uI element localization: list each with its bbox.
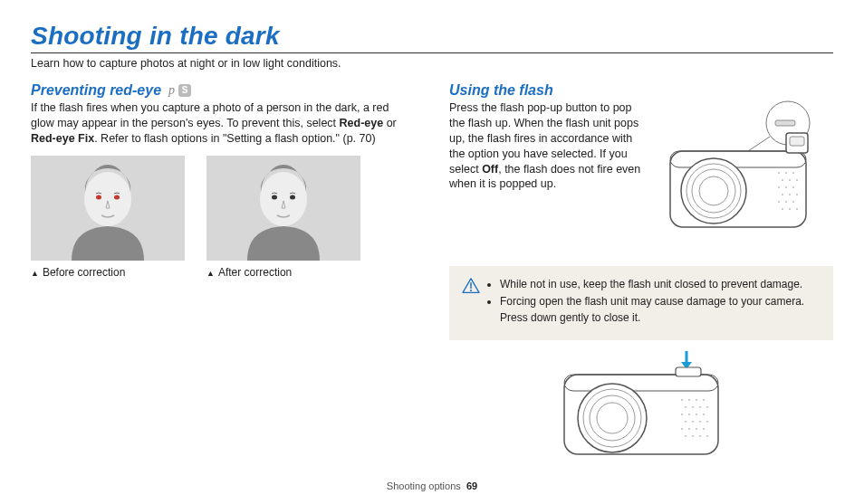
camera-illustration-open [652,100,833,241]
manual-page: Shooting in the dark Learn how to captur… [0,0,864,504]
svg-point-25 [778,186,780,188]
page-subtitle: Learn how to capture photos at night or … [31,57,833,70]
right-column: Using the flash Press the flash pop-up b… [449,82,833,465]
svg-point-68 [692,435,694,437]
camera-open-svg [652,100,833,241]
svg-point-38 [470,290,472,291]
footer-section: Shooting options [387,480,461,491]
svg-point-2 [96,195,101,199]
svg-point-69 [699,435,701,437]
svg-rect-42 [676,367,701,376]
svg-point-6 [272,195,277,199]
svg-point-31 [778,201,780,203]
svg-point-7 [290,195,295,199]
heading-preventing-red-eye: Preventing red-eye p S [31,82,415,99]
svg-rect-9 [775,120,795,126]
svg-point-62 [706,421,708,423]
content-columns: Preventing red-eye p S If the flash fire… [31,82,833,465]
camera-close-svg [542,347,741,465]
svg-point-51 [685,406,686,408]
svg-point-61 [699,421,701,423]
footer-page-number: 69 [466,480,477,491]
svg-point-56 [688,414,690,415]
heading-using-flash: Using the flash [449,82,833,99]
svg-point-1 [84,172,131,226]
svg-point-30 [796,194,798,195]
flash-row: Press the flash pop-up button to pop the… [449,100,833,241]
svg-point-67 [685,435,686,437]
svg-point-28 [782,194,783,195]
svg-point-21 [792,172,794,174]
svg-point-36 [796,208,798,210]
svg-point-55 [681,414,683,415]
left-column: Preventing red-eye p S If the flash fire… [31,82,415,465]
svg-point-23 [789,179,791,181]
figure-row: Before correction [31,156,415,279]
portrait-after [206,156,360,261]
heading-text-flash: Using the flash [449,82,553,99]
warning-item: While not in use, keep the flash unit cl… [500,277,821,292]
title-rule [31,52,833,53]
portrait-before-svg [31,156,185,261]
bold-off: Off [482,163,498,176]
svg-point-58 [703,414,705,415]
svg-point-59 [685,421,686,423]
svg-point-54 [706,406,708,408]
svg-point-19 [778,172,780,174]
svg-point-34 [782,208,783,210]
warning-list: While not in use, keep the flash unit cl… [489,277,821,328]
caption-before: Before correction [31,266,185,279]
svg-point-60 [692,421,694,423]
bold-red-eye-fix: Red-eye Fix [31,132,94,145]
figure-before: Before correction [31,156,185,279]
svg-point-5 [260,172,307,226]
portrait-before [31,156,185,261]
svg-point-66 [703,428,705,430]
svg-point-70 [706,435,708,437]
svg-point-50 [703,399,705,401]
svg-point-35 [789,208,791,210]
svg-point-65 [696,428,697,430]
svg-point-53 [699,406,701,408]
body-pre: If the flash fires when you capture a ph… [31,101,389,129]
svg-point-63 [681,428,683,430]
mode-s-icon: S [178,84,191,97]
svg-point-33 [792,201,794,203]
svg-point-57 [696,414,697,415]
svg-point-27 [792,186,794,188]
svg-rect-14 [790,137,804,146]
page-title: Shooting in the dark [31,22,833,51]
svg-point-52 [692,406,694,408]
figure-after: After correction [206,156,360,279]
svg-point-48 [688,399,690,401]
svg-point-20 [785,172,787,174]
flash-body: Press the flash pop-up button to pop the… [449,100,643,192]
svg-point-3 [114,195,120,199]
svg-point-24 [796,179,798,181]
svg-point-49 [696,399,697,401]
mode-icons: p S [168,83,191,98]
page-footer: Shooting options 69 [0,480,864,491]
svg-point-43 [578,384,647,452]
caption-after: After correction [206,266,360,279]
body-mid: or [383,117,397,129]
body-post: . Refer to flash options in "Setting a f… [94,132,375,145]
svg-point-22 [782,179,783,181]
svg-point-15 [681,158,746,223]
svg-point-32 [785,201,787,203]
svg-point-26 [785,186,787,188]
svg-point-64 [688,428,690,430]
warning-box: While not in use, keep the flash unit cl… [449,266,833,340]
svg-point-47 [681,399,683,401]
heading-text: Preventing red-eye [31,82,161,99]
mode-p-icon: p [168,83,175,98]
red-eye-body: If the flash fires when you capture a ph… [31,100,415,147]
camera-illustration-close [449,347,833,465]
warning-icon [462,278,480,294]
bold-red-eye: Red-eye [340,117,384,129]
portrait-after-svg [206,156,360,261]
svg-point-29 [789,194,791,195]
warning-item: Forcing open the flash unit may cause da… [500,294,821,326]
